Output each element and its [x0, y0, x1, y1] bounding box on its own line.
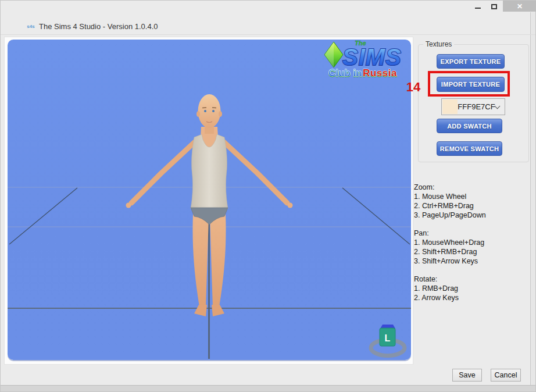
add-swatch-button[interactable]: ADD SWATCH	[437, 119, 502, 133]
titlebar-separator	[1, 34, 535, 35]
turntable-label: L	[385, 333, 391, 343]
logo-club-in: Club in	[328, 67, 362, 79]
export-texture-button[interactable]: EXPORT TEXTURE	[437, 54, 505, 69]
help-pan-block: Pan: 1. MouseWheel+Drag 2. Shift+RMB+Dra…	[414, 229, 533, 266]
logo-russia: Russia	[363, 67, 397, 79]
import-texture-button[interactable]: IMPORT TEXTURE	[437, 77, 505, 92]
help-line: 2. Arrow Keys	[414, 293, 533, 302]
save-button[interactable]: Save	[452, 369, 482, 382]
help-line: 2. Shift+RMB+Drag	[414, 247, 533, 256]
chevron-down-icon	[495, 103, 501, 109]
canvas-panel: The SIMS Club in Russia L	[4, 37, 413, 365]
help-rotate-block: Rotate: 1. RMB+Drag 2. Arrow Keys	[414, 275, 533, 302]
help-rotate-title: Rotate:	[414, 275, 533, 284]
viewport-scene: The SIMS Club in Russia L	[8, 40, 411, 360]
help-line: 3. PageUp/PageDown	[414, 211, 533, 220]
help-line: 2. Ctrl+RMB+Drag	[414, 201, 533, 211]
maximize-button[interactable]	[487, 1, 502, 12]
help-zoom-title: Zoom:	[414, 183, 533, 192]
annotation-step-number: 14	[401, 80, 426, 95]
help-text: Zoom: 1. Mouse Wheel 2. Ctrl+RMB+Drag 3.…	[414, 183, 533, 311]
turntable-icon[interactable]: L	[371, 325, 405, 356]
model-viewport[interactable]: The SIMS Club in Russia L	[8, 40, 411, 360]
textures-group-label: Textures	[423, 40, 454, 48]
maximize-icon	[491, 4, 497, 9]
help-pan-title: Pan:	[414, 229, 533, 238]
window-border-bottom	[1, 385, 535, 391]
app-window: ✕ s4s The Sims 4 Studio - Version 1.0.4.…	[0, 0, 536, 392]
minimize-button[interactable]	[470, 1, 485, 12]
help-zoom-block: Zoom: 1. Mouse Wheel 2. Ctrl+RMB+Drag 3.…	[414, 183, 533, 220]
app-icon: s4s	[26, 23, 35, 31]
cancel-button[interactable]: Cancel	[491, 369, 521, 382]
swatch-dropdown[interactable]: FFF9E7CF	[441, 98, 505, 115]
swatch-value: FFF9E7CF	[458, 102, 495, 111]
window-title: The Sims 4 Studio - Version 1.0.4.0	[39, 22, 158, 31]
help-line: 1. MouseWheel+Drag	[414, 238, 533, 247]
help-line: 3. Shift+Arrow Keys	[414, 256, 533, 266]
swatch-color-chip	[442, 99, 458, 114]
minimize-icon	[475, 8, 481, 9]
help-line: 1. RMB+Drag	[414, 284, 533, 293]
help-line: 1. Mouse Wheel	[414, 192, 533, 201]
logo-sims: SIMS	[342, 44, 402, 70]
close-icon: ✕	[517, 2, 523, 10]
sims-club-logo: The SIMS Club in Russia	[324, 40, 402, 79]
remove-swatch-button[interactable]: REMOVE SWATCH	[437, 141, 502, 156]
close-button[interactable]: ✕	[503, 1, 536, 12]
